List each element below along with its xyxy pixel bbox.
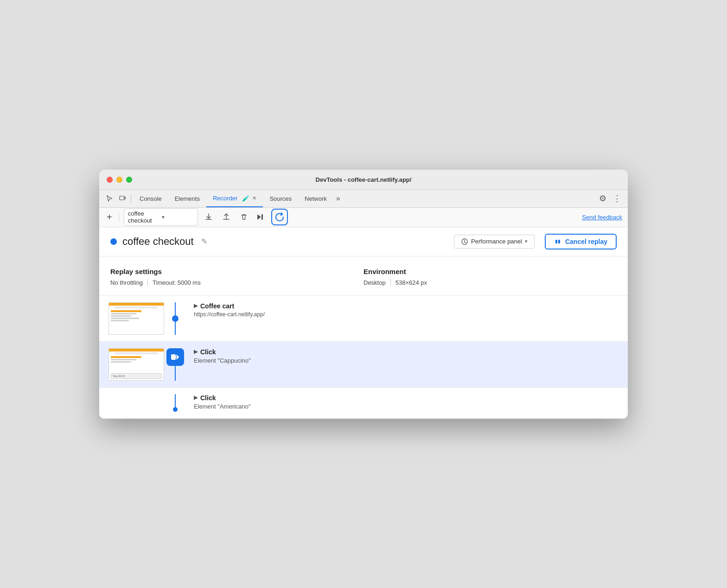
perf-chevron-icon: ▾	[525, 238, 528, 244]
window-title: DevTools - coffee-cart.netlify.app/	[316, 176, 412, 183]
svg-rect-1	[124, 197, 126, 199]
more-tabs-icon[interactable]: »	[333, 194, 343, 203]
step-americano-subtitle: Element "Americano"	[194, 403, 619, 410]
environment-values: Desktop 538×624 px	[364, 279, 617, 286]
replay-settings-section: Replay settings No throttling Timeout: 5…	[99, 256, 628, 296]
step-navigate[interactable]: ▶ Coffee cart https://coffee-cart.netlif…	[99, 296, 628, 342]
recorder-content: coffee checkout ✎ Performance panel ▾ Ca…	[99, 227, 628, 419]
traffic-lights	[107, 177, 132, 183]
env-divider	[390, 279, 391, 286]
step-thumbnail-navigate	[108, 302, 164, 335]
devtools-window: DevTools - coffee-cart.netlify.app/ Cons…	[99, 170, 628, 419]
devtools-tab-bar: Console Elements Recorder 🧪 ✕ Sources Ne…	[99, 190, 628, 208]
edit-recording-icon[interactable]: ✎	[201, 237, 207, 246]
title-bar: DevTools - coffee-cart.netlify.app/	[99, 170, 628, 190]
timeout-value: Timeout: 5000 ms	[153, 279, 201, 286]
step-navigate-url: https://coffee-cart.netlify.app/	[194, 311, 619, 318]
device-value: Desktop	[364, 279, 386, 286]
step-expand-icon-3[interactable]: ▶	[194, 395, 198, 401]
recording-title: coffee checkout	[122, 236, 194, 248]
maximize-button[interactable]	[126, 177, 132, 183]
svg-rect-6	[558, 240, 560, 243]
timeline-3	[164, 394, 186, 412]
step-click-americano[interactable]: ▶ Click Element "Americano"	[99, 388, 628, 419]
cursor-icon[interactable]	[103, 193, 116, 204]
tab-elements[interactable]: Elements	[168, 190, 206, 207]
recording-header: coffee checkout ✎ Performance panel ▾ Ca…	[99, 227, 628, 256]
step-expand-icon-2[interactable]: ▶	[194, 349, 198, 355]
replay-settings-col: Replay settings No throttling Timeout: 5…	[110, 268, 364, 286]
more-options-icon[interactable]: ⋮	[610, 193, 624, 204]
minimize-button[interactable]	[116, 177, 122, 183]
tab-separator-1	[131, 194, 131, 203]
dimensions-value: 538×624 px	[395, 279, 427, 286]
step-cappucino-content: ▶ Click Element "Cappucino"	[194, 348, 619, 364]
recorder-toolbar: + coffee checkout ▾	[99, 208, 628, 227]
environment-title: Environment	[364, 268, 617, 275]
chevron-down-icon: ▾	[162, 214, 194, 220]
svg-rect-5	[555, 240, 557, 243]
recording-selector-label: coffee checkout	[128, 210, 160, 224]
timeline-1	[164, 302, 186, 335]
device-icon[interactable]	[116, 193, 129, 204]
replay-settings-title: Replay settings	[110, 268, 364, 275]
cancel-replay-label: Cancel replay	[565, 238, 607, 245]
steps-list: ▶ Coffee cart https://coffee-cart.netlif…	[99, 296, 628, 419]
svg-marker-2	[257, 214, 261, 220]
perf-panel-label: Performance panel	[471, 238, 522, 245]
export-button[interactable]	[202, 210, 216, 224]
tab-console[interactable]: Console	[133, 190, 168, 207]
tab-network[interactable]: Network	[298, 190, 333, 207]
step-expand-icon[interactable]: ▶	[194, 303, 198, 309]
tab-recorder[interactable]: Recorder 🧪 ✕	[206, 190, 263, 207]
toolbar-sep-1	[119, 212, 119, 222]
step-cappucino-subtitle: Element "Cappucino"	[194, 357, 619, 364]
performance-panel-button[interactable]: Performance panel ▾	[454, 235, 535, 249]
cancel-replay-button[interactable]: Cancel replay	[545, 234, 617, 249]
replay-button[interactable]	[271, 209, 288, 225]
step-cappucino-title: Click	[200, 348, 216, 356]
step-replay-button[interactable]	[255, 210, 268, 224]
import-button[interactable]	[219, 210, 233, 224]
step-navigate-content: ▶ Coffee cart https://coffee-cart.netlif…	[194, 302, 619, 318]
svg-rect-3	[261, 214, 263, 220]
step-click-cappucino[interactable]: Total: $0.00 ▶ Click	[99, 342, 628, 388]
settings-icon[interactable]: ⚙	[595, 193, 610, 204]
add-recording-button[interactable]: +	[105, 211, 114, 223]
step-americano-content: ▶ Click Element "Americano"	[194, 394, 619, 410]
replay-settings-values: No throttling Timeout: 5000 ms	[110, 279, 364, 286]
step-americano-title: Click	[200, 394, 216, 402]
svg-rect-0	[120, 196, 124, 200]
settings-divider	[147, 279, 148, 286]
environment-col: Environment Desktop 538×624 px	[364, 268, 617, 286]
delete-recording-button[interactable]	[237, 210, 251, 224]
recording-selector[interactable]: coffee checkout ▾	[124, 208, 198, 226]
tab-close-icon[interactable]: ✕	[252, 195, 256, 201]
send-feedback-link[interactable]: Send feedback	[582, 214, 622, 221]
tab-sources[interactable]: Sources	[263, 190, 298, 207]
step-thumbnail-click: Total: $0.00	[108, 348, 164, 381]
timeline-2	[164, 348, 186, 381]
step-navigate-title: Coffee cart	[200, 302, 234, 310]
throttling-value: No throttling	[110, 279, 143, 286]
recording-status-dot	[110, 238, 117, 245]
close-button[interactable]	[107, 177, 113, 183]
step-active-icon	[166, 348, 184, 366]
